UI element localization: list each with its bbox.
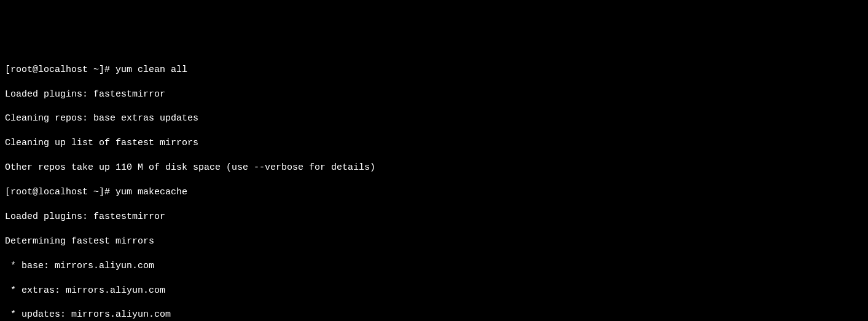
command-text: yum makecache (115, 187, 187, 197)
output-line: Loaded plugins: fastestmirror (5, 89, 863, 101)
output-line: * extras: mirrors.aliyun.com (5, 285, 863, 297)
output-line: Loaded plugins: fastestmirror (5, 211, 863, 223)
output-line: Cleaning up list of fastest mirrors (5, 137, 863, 149)
terminal-output: [root@localhost ~]# yum clean all Loaded… (5, 52, 863, 321)
output-line: * updates: mirrors.aliyun.com (5, 309, 863, 321)
command-text: yum clean all (115, 65, 187, 75)
output-line: Cleaning repos: base extras updates (5, 113, 863, 125)
command-line-1: [root@localhost ~]# yum clean all (5, 64, 863, 76)
output-line: Other repos take up 110 M of disk space … (5, 162, 863, 174)
output-line: Determining fastest mirrors (5, 236, 863, 248)
output-line: * base: mirrors.aliyun.com (5, 260, 863, 272)
shell-prompt: [root@localhost ~]# (5, 187, 115, 197)
command-line-2: [root@localhost ~]# yum makecache (5, 186, 863, 199)
shell-prompt: [root@localhost ~]# (5, 65, 115, 75)
